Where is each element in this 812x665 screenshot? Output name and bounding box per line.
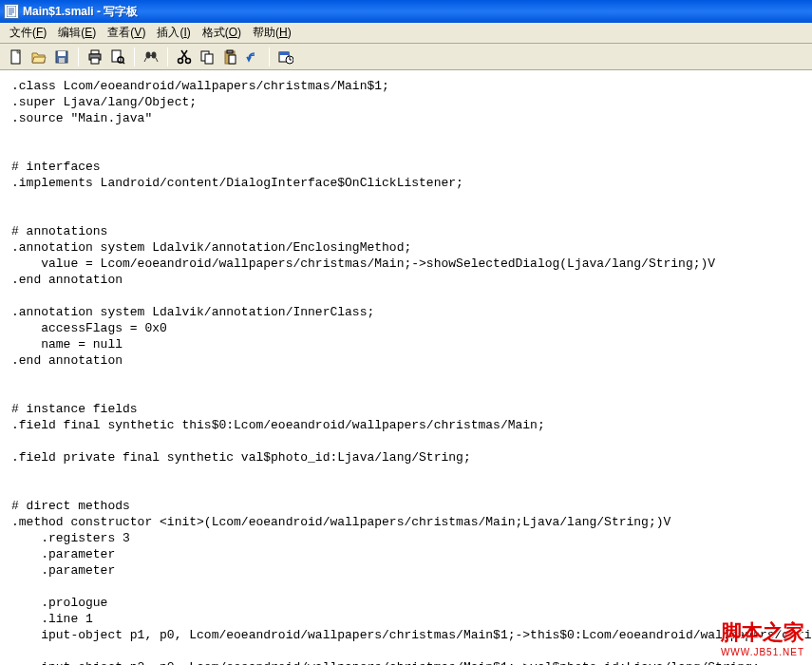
svg-rect-12 [112,50,121,62]
window-title: Main$1.smali - 写字板 [23,4,138,20]
undo-button[interactable] [242,47,263,67]
toolbar-separator [78,48,79,66]
app-icon [4,4,19,19]
save-button[interactable] [51,47,72,67]
toolbar [0,44,812,70]
svg-point-15 [146,51,151,58]
svg-rect-17 [150,55,152,56]
svg-rect-30 [279,52,289,55]
menubar: 文件(F) 编辑(E) 查看(V) 插入(I) 格式(O) 帮助(H) [0,23,812,44]
svg-line-19 [156,58,158,62]
find-button[interactable] [141,47,161,67]
svg-rect-25 [205,54,213,64]
svg-rect-27 [227,50,233,53]
print-button[interactable] [85,47,105,67]
open-button[interactable] [28,47,49,67]
menu-edit[interactable]: 编辑(E) [52,23,102,43]
svg-rect-11 [91,58,99,64]
svg-point-16 [152,51,157,58]
menu-format[interactable]: 格式(O) [197,23,247,43]
svg-rect-8 [59,58,65,63]
svg-rect-28 [229,55,236,64]
copy-button[interactable] [197,47,217,67]
menu-help[interactable]: 帮助(H) [247,23,297,43]
window-titlebar: Main$1.smali - 写字板 [0,0,812,23]
print-preview-button[interactable] [107,47,128,67]
svg-line-18 [144,58,146,62]
paste-button[interactable] [219,47,240,67]
new-button[interactable] [6,47,27,67]
menu-insert[interactable]: 插入(I) [151,23,196,43]
document-content[interactable]: .class Lcom/eoeandroid/wallpapers/christ… [0,70,812,665]
toolbar-separator [167,48,168,66]
toolbar-separator [269,48,270,66]
svg-point-22 [179,58,183,63]
menu-file[interactable]: 文件(F) [4,23,52,43]
datetime-button[interactable] [275,47,296,67]
svg-rect-9 [91,50,99,54]
toolbar-separator [134,48,135,66]
svg-line-14 [123,62,124,64]
svg-point-23 [186,58,191,63]
svg-rect-7 [58,51,66,56]
menu-view[interactable]: 查看(V) [102,23,151,43]
svg-rect-0 [7,6,16,17]
cut-button[interactable] [174,47,195,67]
